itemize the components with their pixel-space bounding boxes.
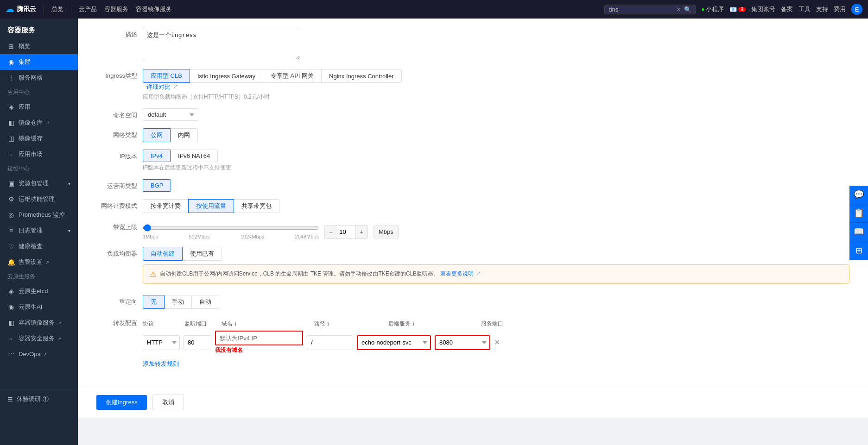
redirect-manual[interactable]: 手动	[164, 295, 192, 309]
fwd-header-port: 监听端口	[184, 320, 222, 328]
sidebar-bottom-feedback[interactable]: ☰ 休验调研 ①	[0, 389, 78, 409]
ingress-type-api-gw[interactable]: 专享型 API 网关	[263, 69, 322, 83]
fwd-header-svcport: 服务端口	[481, 320, 555, 328]
sidebar-item-etcd[interactable]: ◈ 云原生etcd	[0, 283, 78, 299]
redirect-none[interactable]: 无	[143, 295, 165, 309]
sidebar-item-ops-func[interactable]: ⚙ 运维功能管理	[0, 191, 78, 207]
fwd-backend-select[interactable]: echo-nodeport-svc	[357, 335, 431, 350]
namespace-select[interactable]: default	[143, 108, 198, 121]
sidebar-item-image-cache[interactable]: ◫ 镜像缓存	[0, 131, 78, 146]
redirect-group: 无 手动 自动	[143, 295, 849, 309]
backend-info-icon[interactable]: ℹ	[412, 321, 414, 327]
fwd-protocol-container: HTTP	[143, 335, 180, 350]
sidebar-item-overview[interactable]: ⊞ 概览	[0, 38, 78, 54]
sidebar-item-health[interactable]: ♡ 健康检查	[0, 238, 78, 254]
nav-container-service[interactable]: 容器服务	[104, 5, 128, 13]
devops-icon: ⋯	[7, 350, 15, 357]
sidebar-item-ai[interactable]: ◉ 云原生AI	[0, 299, 78, 315]
namespace-row: 命名空间 default	[96, 108, 849, 121]
form-panel: 描述 这是一个ingress Ingress类型 应用型 CLB Istio I…	[78, 19, 868, 387]
lb-use-existing[interactable]: 使用已有	[182, 247, 222, 261]
domain-info-icon[interactable]: ℹ	[234, 321, 236, 327]
sidebar-item-prometheus[interactable]: ◎ Prometheus 监控	[0, 207, 78, 223]
search-icon[interactable]: 🔍	[684, 6, 691, 13]
sidebar-label-image-repo: 镜像仓库 ↗	[19, 119, 49, 127]
sidebar-item-app-market[interactable]: ◦ 应用市场	[0, 146, 78, 162]
bandwidth-slider-row: 1Mbps 512Mbps 1024Mbps 2048Mbps − + Mbps	[143, 224, 849, 239]
ingress-type-clb[interactable]: 应用型 CLB	[143, 69, 190, 83]
float-grid-button[interactable]: ⊞	[849, 241, 868, 260]
sidebar-item-resource[interactable]: ▣ 资源包管理 ▾	[0, 175, 78, 191]
fwd-row-delete-button[interactable]: ✕	[494, 338, 500, 347]
ingress-type-istio[interactable]: Istio Ingress Gateway	[190, 69, 263, 83]
nav-home[interactable]: 总览	[51, 5, 63, 13]
lb-auto-create[interactable]: 自动创建	[143, 247, 183, 261]
operator-type-bgp[interactable]: BGP	[143, 179, 171, 192]
main-content: 描述 这是一个ingress Ingress类型 应用型 CLB Istio I…	[78, 19, 868, 445]
nav-divider-2	[71, 5, 71, 14]
network-mode-bandwidth[interactable]: 按带宽计费	[143, 199, 189, 213]
nav-cloud-products[interactable]: 云产品	[79, 5, 97, 13]
sidebar-item-container-image-svc[interactable]: ◧ 容器镜像服务 ↗	[0, 315, 78, 331]
nav-billing[interactable]: 费用	[834, 5, 846, 13]
fwd-protocol-select[interactable]: HTTP	[143, 335, 180, 350]
sidebar-item-alarm[interactable]: 🔔 告警设置 ↗	[0, 254, 78, 270]
ingress-type-nginx[interactable]: Nginx Ingress Controller	[321, 69, 401, 83]
sidebar-item-service-mesh[interactable]: ⋮ 服务网格	[0, 70, 78, 86]
warning-link[interactable]: 查看更多说明 ↗	[440, 270, 481, 277]
bandwidth-slider[interactable]	[143, 224, 319, 232]
sidebar-item-log[interactable]: ≡ 日志管理 ▾	[0, 223, 78, 238]
nav-filing[interactable]: 备案	[781, 5, 793, 13]
image-repo-icon: ◧	[7, 119, 15, 126]
search-box[interactable]: ✕ 🔍	[604, 5, 696, 14]
nav-support[interactable]: 支持	[816, 5, 828, 13]
sidebar-item-cluster[interactable]: ◉ 集群	[0, 54, 78, 70]
network-mode-traffic[interactable]: 按使用流量	[188, 199, 234, 213]
logo[interactable]: ☁ 腾讯云	[6, 4, 36, 14]
sidebar-item-devops[interactable]: ⋯ DevOps ↗	[0, 346, 78, 361]
nav-notification[interactable]: 📧 9	[729, 6, 746, 13]
network-type-group: 公网 内网	[143, 128, 849, 142]
nav-mini-program[interactable]: ● 小程序	[701, 5, 724, 13]
nav-user[interactable]: E	[851, 4, 862, 15]
operator-type-group: BGP	[143, 179, 849, 192]
sidebar-item-container-security[interactable]: ◦ 容器安全服务 ↗	[0, 331, 78, 346]
network-type-private[interactable]: 内网	[170, 128, 198, 142]
clear-icon[interactable]: ✕	[676, 6, 681, 13]
network-mode-label: 网络计费模式	[96, 199, 143, 210]
create-ingress-button[interactable]: 创建Ingress	[96, 395, 147, 410]
redirect-auto[interactable]: 自动	[191, 295, 219, 309]
description-textarea[interactable]: 这是一个ingress	[143, 28, 300, 60]
float-clipboard-button[interactable]: 📋	[849, 204, 868, 223]
bandwidth-value-input[interactable]	[337, 226, 355, 238]
network-mode-shared[interactable]: 共享带宽包	[234, 199, 279, 213]
namespace-control: default	[143, 108, 849, 121]
network-type-public[interactable]: 公网	[143, 128, 171, 142]
path-info-icon[interactable]: ℹ	[327, 321, 329, 327]
nav-container-image[interactable]: 容器镜像服务	[136, 5, 172, 13]
nav-tools[interactable]: 工具	[798, 5, 811, 13]
resource-icon: ▣	[7, 180, 15, 187]
fwd-domain-input[interactable]	[215, 331, 303, 345]
fwd-path-input[interactable]	[307, 335, 353, 350]
ip-version-v4[interactable]: IPv4	[143, 150, 171, 162]
cancel-button[interactable]: 取消	[152, 395, 184, 410]
sidebar-item-apps[interactable]: ◈ 应用	[0, 99, 78, 115]
bandwidth-decrease-button[interactable]: −	[325, 226, 337, 238]
ip-version-nat64[interactable]: IPv6 NAT64	[170, 150, 218, 162]
nav-group-account[interactable]: 集团账号	[751, 5, 775, 13]
search-input[interactable]	[608, 6, 673, 13]
float-chat-button[interactable]: 💬	[849, 186, 868, 204]
bandwidth-increase-button[interactable]: +	[355, 226, 367, 238]
detail-compare-link[interactable]: 详细对比 ↗	[146, 83, 178, 90]
fwd-port-input[interactable]	[184, 335, 211, 350]
float-book-button[interactable]: 📖	[849, 223, 868, 241]
fwd-svcport-select[interactable]: 8080	[435, 335, 490, 350]
sidebar-label-log: 日志管理	[19, 226, 43, 235]
add-rule-link[interactable]: 添加转发规则	[143, 358, 849, 370]
redirect-label: 重定向	[96, 295, 143, 306]
description-row: 描述 这是一个ingress	[96, 28, 849, 62]
sidebar-label-container-security: 容器安全服务 ↗	[19, 334, 61, 343]
slider-label-1: 1Mbps	[143, 234, 158, 239]
sidebar-item-image-repo[interactable]: ◧ 镜像仓库 ↗	[0, 115, 78, 131]
